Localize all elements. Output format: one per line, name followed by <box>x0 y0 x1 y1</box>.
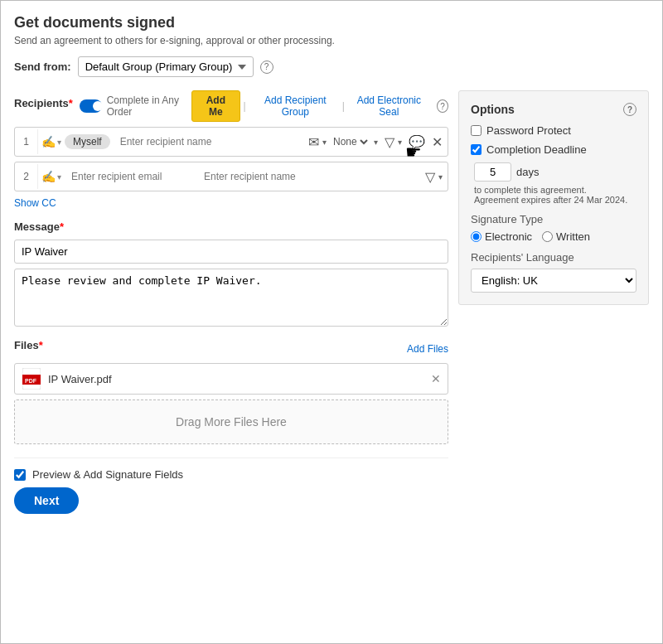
drop-label: Drag More Files Here <box>176 415 287 429</box>
options-help-icon[interactable]: ? <box>623 103 636 116</box>
complete-in-order-toggle[interactable] <box>80 99 102 113</box>
recipient-row-2: 2 ✍ ▾ ▽ ▾ <box>14 162 448 191</box>
pdf-icon: PDF <box>22 369 41 389</box>
preview-label[interactable]: Preview & Add Signature Fields <box>32 468 183 481</box>
next-button[interactable]: Next <box>14 487 79 514</box>
written-radio[interactable] <box>542 231 553 242</box>
completion-deadline-checkbox[interactable] <box>471 144 482 155</box>
complete-in-order-label: Complete in Any Order <box>107 94 191 118</box>
svg-text:PDF: PDF <box>25 378 37 384</box>
row-1-filter-icon[interactable]: ▽ <box>385 134 394 150</box>
add-electronic-seal-button[interactable]: Add Electronic Seal <box>345 91 433 121</box>
password-protect-checkbox[interactable] <box>471 125 482 136</box>
message-section-label: Message* <box>14 220 448 233</box>
row-1-chat-icon[interactable]: 💬 <box>409 134 425 150</box>
electronic-label: Electronic <box>485 230 532 243</box>
row-2-sign-icon[interactable]: ✍ ▾ <box>38 170 65 183</box>
message-subject-input[interactable] <box>14 240 448 264</box>
send-from-label: Send from: <box>14 61 71 73</box>
add-files-button[interactable]: Add Files <box>407 343 448 355</box>
language-select[interactable]: English: UK <box>471 269 636 293</box>
language-label: Recipients' Language <box>471 251 636 264</box>
add-recipient-group-button[interactable]: Add Recipient Group <box>249 91 342 121</box>
deadline-days-label: days <box>516 166 539 178</box>
add-me-button[interactable]: Add Me <box>191 90 241 122</box>
written-label: Written <box>556 230 590 243</box>
electronic-radio[interactable] <box>471 231 482 242</box>
recipients-label: Recipients* <box>14 97 73 109</box>
show-cc-button[interactable]: Show CC <box>14 197 56 209</box>
row-1-num: 1 <box>15 129 38 154</box>
row-1-sign-icon[interactable]: ✍ ▾ <box>38 135 65 148</box>
signature-type-label: Signature Type <box>471 213 636 225</box>
row-1-tag: Myself <box>65 134 110 149</box>
preview-checkbox[interactable] <box>14 469 26 481</box>
row-1-none-select[interactable]: None <box>330 135 370 148</box>
row-2-num: 2 <box>15 164 38 189</box>
file-name: IP Waiver.pdf <box>48 373 431 385</box>
options-title: Options <box>471 103 515 116</box>
page-title: Get documents signed <box>14 14 649 31</box>
row-1-remove-icon[interactable]: ✕ <box>432 134 443 150</box>
files-section-label: Files* <box>14 339 43 351</box>
message-body-input[interactable]: Please review and complete IP Waiver. <box>14 269 448 327</box>
help-icon[interactable]: ? <box>260 61 273 74</box>
completion-deadline-label[interactable]: Completion Deadline <box>486 143 587 156</box>
password-protect-label[interactable]: Password Protect <box>486 124 571 137</box>
row-2-name-input[interactable] <box>197 171 420 182</box>
page-subtitle: Send an agreement to others for e-signin… <box>14 35 649 46</box>
recipient-row-1: 1 ✍ ▾ Myself ✉ ▾ None ▾ ▽ ▾ 💬 ✕ <box>14 127 448 157</box>
file-remove-button[interactable]: ✕ <box>431 372 441 385</box>
row-1-name-input[interactable] <box>114 136 303 148</box>
row-2-email-input[interactable] <box>65 171 197 182</box>
recipients-help-icon[interactable]: ? <box>437 99 448 113</box>
row-1-email-icon: ✉ <box>308 134 319 150</box>
row-2-filter-icon[interactable]: ▽ <box>425 169 435 185</box>
send-from-select[interactable]: Default Group (Primary Group) <box>78 56 254 77</box>
file-item: PDF IP Waiver.pdf ✕ <box>14 363 448 395</box>
written-option[interactable]: Written <box>542 230 590 243</box>
options-panel: Options ? Password Protect Completion De… <box>458 90 649 305</box>
deadline-days-input[interactable] <box>474 162 511 182</box>
deadline-note: to complete this agreement.Agreement exp… <box>474 185 636 205</box>
drop-zone[interactable]: Drag More Files Here <box>14 399 448 444</box>
electronic-option[interactable]: Electronic <box>471 230 532 243</box>
